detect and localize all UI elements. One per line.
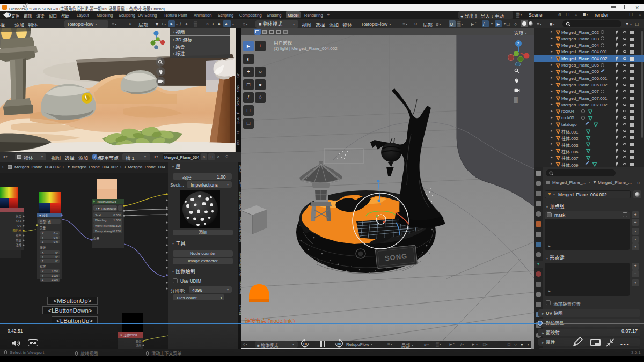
svg-text:Wave intensity: Wave intensity — [95, 224, 114, 227]
svg-text:类型: 点: 类型: 点 — [40, 220, 52, 224]
svg-text:1.300: 1.300 — [113, 219, 121, 222]
svg-text:0°: 0° — [55, 255, 58, 258]
svg-text:Scal: Scal — [95, 213, 101, 217]
svg-text:旋转: 旋转 — [40, 246, 46, 250]
svg-text:0°: 0° — [55, 260, 58, 263]
svg-text:颜色比: 颜色比 — [12, 228, 21, 233]
svg-text:◑▼ RoughNess: ◑▼ RoughNess — [96, 207, 116, 210]
svg-text:Bump strength: Bump strength — [95, 230, 114, 233]
svg-text:0.500: 0.500 — [113, 224, 121, 227]
svg-text:10: 10 — [303, 342, 307, 346]
svg-text:颜色: 颜色 — [16, 233, 22, 238]
svg-text:Z: Z — [42, 260, 43, 263]
svg-text:灰度: 灰度 — [16, 214, 22, 218]
svg-text:法向: 法向 — [136, 344, 141, 348]
svg-text:UV: UV — [17, 224, 21, 227]
svg-text:向量: 向量 — [16, 238, 22, 242]
svg-text:30: 30 — [337, 342, 341, 346]
svg-text:缩放: 缩放 — [40, 264, 46, 269]
svg-text:Blending: Blending — [95, 219, 106, 222]
svg-text:1.000: 1.000 — [51, 274, 58, 277]
svg-text:Z: Z — [42, 240, 43, 243]
svg-text:0 m: 0 m — [54, 240, 58, 243]
svg-text:1.000: 1.000 — [51, 270, 58, 273]
svg-text:0 m: 0 m — [54, 236, 58, 239]
svg-text:▼ 漫射BSDF: ▼ 漫射BSDF — [120, 333, 137, 337]
svg-text:向量: 向量 — [93, 237, 100, 241]
svg-text:0.260: 0.260 — [113, 230, 121, 233]
svg-text:XYZ: XYZ — [16, 219, 21, 223]
svg-text:0.500: 0.500 — [113, 213, 121, 217]
svg-text:▼ 映射: ▼ 映射 — [39, 213, 48, 218]
svg-text:Z: Z — [517, 42, 520, 46]
svg-text:Z: Z — [42, 278, 43, 282]
svg-text:0°: 0° — [55, 251, 58, 254]
svg-text:颜色: 颜色 — [136, 339, 141, 343]
svg-text:0 m: 0 m — [54, 232, 58, 235]
svg-text:1.000: 1.000 — [51, 278, 58, 282]
svg-text:RoughSpot003: RoughSpot003 — [97, 200, 116, 203]
svg-text:矢量: 矢量 — [40, 226, 46, 230]
